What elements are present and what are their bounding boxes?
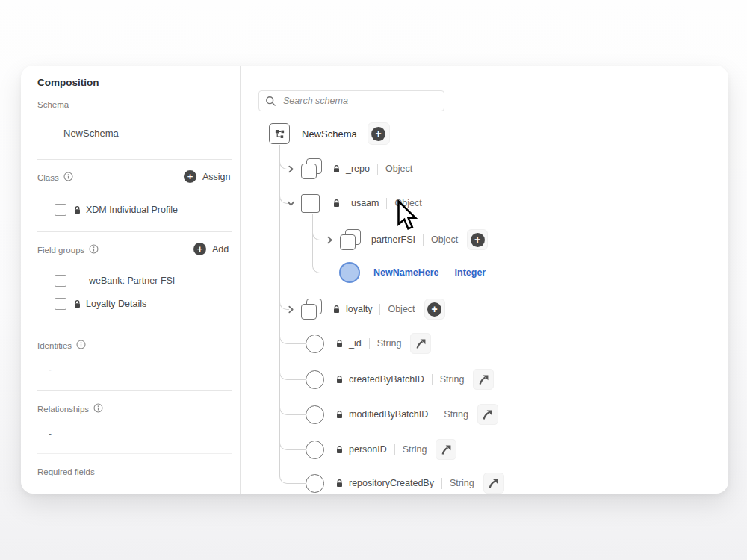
schema-editor-card: Composition Schema NewSchema Class + Ass…	[21, 66, 728, 494]
field-type: String	[440, 374, 465, 385]
schema-root-icon[interactable]	[269, 123, 290, 144]
tree-row[interactable]: modifiedByBatchID String	[306, 403, 498, 426]
field-lock-icon	[335, 410, 344, 420]
lock-icon	[73, 205, 81, 215]
identity-arrow-icon	[487, 477, 500, 490]
type-separator	[447, 267, 447, 279]
lock-icon	[332, 164, 341, 174]
field-name: personID	[349, 444, 387, 455]
search-input[interactable]	[282, 95, 438, 107]
divider	[37, 326, 232, 326]
info-icon[interactable]	[89, 244, 99, 254]
field-type: Object	[388, 304, 415, 314]
tree-row[interactable]: partnerFSI Object +	[326, 228, 488, 251]
field-group-checkbox[interactable]	[55, 298, 66, 310]
lock-icon	[332, 305, 341, 314]
lock-icon	[335, 479, 344, 488]
object-stack-icon	[340, 229, 361, 250]
type-separator	[423, 234, 424, 246]
root-schema-name[interactable]: NewSchema	[302, 128, 357, 140]
type-separator	[394, 444, 395, 455]
type-separator	[386, 198, 387, 209]
add-field-group-button[interactable]: + Add	[193, 243, 229, 255]
identity-link-button[interactable]	[483, 473, 504, 494]
field-name: _usaam	[346, 198, 379, 208]
field-type: Object	[431, 234, 458, 245]
identity-link-button[interactable]	[410, 333, 431, 354]
tree-row[interactable]: _usaam Object	[287, 192, 422, 214]
schema-section-label: Schema	[37, 100, 69, 109]
field-icon	[306, 474, 324, 493]
tree-row[interactable]: _id String	[306, 332, 431, 355]
field-name: partnerFSI	[371, 234, 415, 245]
class-item-row: XDM Individual Profile	[55, 204, 178, 216]
type-separator	[432, 374, 433, 385]
field-name: _repo	[346, 164, 370, 174]
divider	[37, 159, 232, 160]
add-root-field-button[interactable]: +	[368, 122, 390, 145]
chevron-right-icon[interactable]	[326, 236, 334, 244]
field-group-item-label: Loyalty Details	[86, 299, 146, 309]
field-type: Integer	[455, 267, 486, 278]
field-group-item-label: weBank: Partner FSI	[89, 276, 175, 286]
tree-row[interactable]: _repo Object	[287, 158, 412, 180]
identity-arrow-icon	[415, 337, 427, 350]
field-lock-icon	[335, 445, 344, 455]
identity-link-button[interactable]	[473, 369, 494, 390]
tree-connector	[279, 335, 307, 344]
expand-chevron[interactable]	[326, 236, 334, 244]
lock-icon	[73, 299, 81, 309]
expand-chevron[interactable]	[287, 305, 295, 314]
class-section-label: Class	[37, 172, 73, 183]
tree-row[interactable]: loyalty Object +	[287, 298, 445, 320]
plus-icon: +	[427, 302, 441, 317]
relationships-info-icon[interactable]	[93, 403, 103, 414]
tree-row-selected[interactable]: NewNameHere Integer	[339, 261, 486, 284]
class-item-checkbox[interactable]	[55, 204, 66, 216]
collapse-chevron[interactable]	[287, 199, 295, 208]
plus-icon: +	[371, 127, 385, 141]
assign-class-button[interactable]: + Assign	[184, 170, 231, 183]
add-subfield-button[interactable]: +	[424, 299, 445, 320]
class-item-lock	[73, 205, 81, 215]
class-info-icon[interactable]	[63, 172, 73, 183]
page-background: Composition Schema NewSchema Class + Ass…	[0, 0, 747, 560]
identities-info-icon[interactable]	[76, 340, 86, 351]
plus-icon: +	[471, 233, 485, 247]
chevron-down-icon[interactable]	[287, 199, 295, 208]
tree-row[interactable]: repositoryCreatedBy String	[306, 472, 504, 494]
identity-arrow-icon	[481, 408, 494, 421]
identity-link-button[interactable]	[477, 404, 498, 425]
chevron-right-icon[interactable]	[287, 305, 295, 314]
info-icon[interactable]	[63, 172, 73, 181]
add-button-label: Add	[212, 244, 229, 255]
schema-name-value[interactable]: NewSchema	[63, 128, 119, 139]
composition-title: Composition	[37, 77, 99, 88]
chevron-right-icon[interactable]	[287, 165, 295, 173]
type-separator	[377, 164, 378, 175]
field-name: _id	[349, 338, 362, 349]
tree-connector	[279, 475, 307, 484]
class-item-label: XDM Individual Profile	[86, 205, 178, 215]
info-icon[interactable]	[76, 340, 86, 349]
required-fields-section-label: Required fields	[37, 467, 95, 476]
tree-row[interactable]: createdByBatchID String	[306, 368, 494, 391]
tree-row[interactable]: personID String	[306, 438, 456, 461]
field-group-item-row: weBank: Partner FSI	[55, 275, 175, 287]
field-lock-icon	[332, 305, 341, 314]
identity-link-button[interactable]	[436, 439, 456, 460]
field-group-checkbox[interactable]	[55, 275, 66, 287]
type-separator	[441, 478, 442, 489]
type-separator	[436, 409, 436, 420]
add-subfield-button[interactable]: +	[467, 229, 488, 250]
field-name: createdByBatchID	[349, 374, 424, 385]
expand-chevron[interactable]	[287, 165, 295, 173]
assign-button-label: Assign	[202, 172, 231, 182]
field-icon	[306, 405, 324, 424]
schema-search	[258, 90, 444, 111]
field-icon	[306, 370, 324, 389]
class-label-text: Class	[37, 173, 59, 182]
field-groups-info-icon[interactable]	[89, 244, 99, 255]
info-icon[interactable]	[93, 403, 103, 413]
identities-label-text: Identities	[37, 341, 72, 350]
